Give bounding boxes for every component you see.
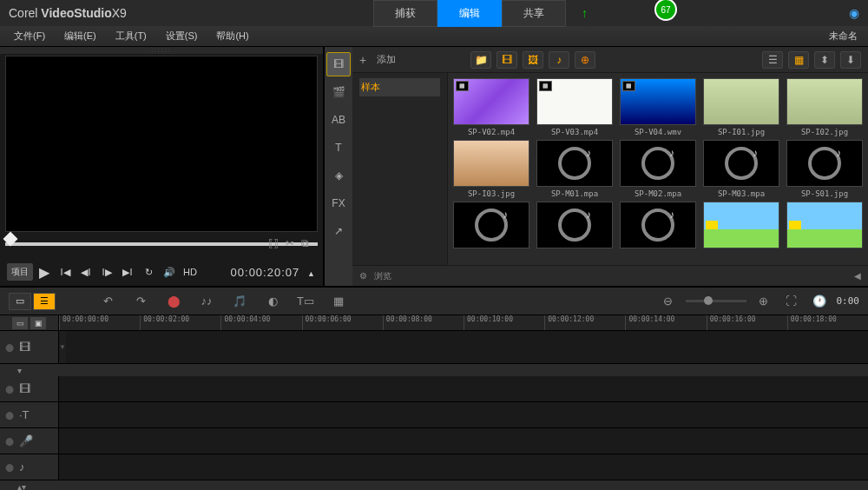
download-icon[interactable]: ⬇ bbox=[840, 51, 861, 69]
video-track-1-body[interactable] bbox=[66, 331, 868, 363]
media-tab-icon[interactable]: 🎞 bbox=[326, 52, 351, 76]
ruler-btn-1[interactable]: ▭ bbox=[12, 317, 28, 329]
next-frame-button[interactable]: I▶ bbox=[97, 262, 116, 281]
auto-music-icon[interactable]: 🎵 bbox=[229, 291, 250, 312]
thumbnail-item[interactable]: SP-S01.jpg bbox=[786, 140, 863, 198]
thumbnail-item[interactable]: ▦SP-V02.mp4 bbox=[453, 78, 529, 136]
filter-tab-icon[interactable]: FX bbox=[326, 191, 351, 215]
filter-other-icon[interactable]: ⊕ bbox=[575, 51, 595, 69]
preview-scrubber[interactable]: ⟦⟧ ✂ ⧉ bbox=[5, 237, 318, 255]
transition-tab-icon[interactable]: AB bbox=[326, 108, 351, 132]
hd-button[interactable]: HD bbox=[181, 262, 200, 281]
title-tab-icon[interactable]: T bbox=[326, 136, 351, 160]
overlay-track-body[interactable] bbox=[59, 376, 868, 401]
options-icon[interactable]: ⚙ bbox=[359, 271, 367, 281]
menu-help[interactable]: 帮助(H) bbox=[209, 28, 255, 44]
fit-icon[interactable]: ⛶ bbox=[781, 291, 802, 312]
thumbnail-item[interactable]: SP-I01.jpg bbox=[703, 78, 779, 136]
storyboard-view-icon[interactable]: ▭ bbox=[9, 293, 31, 310]
timecode-display[interactable]: 00:00:20:07 ▲ bbox=[231, 266, 316, 279]
music-track-body[interactable] bbox=[59, 454, 868, 480]
lock-icon[interactable]: ⬤ bbox=[5, 463, 14, 472]
track-expand[interactable]: ▾ bbox=[0, 364, 868, 376]
add-label[interactable]: 添加 bbox=[372, 53, 401, 66]
multicam-icon[interactable]: ▦ bbox=[328, 291, 349, 312]
notification-badge[interactable]: 67 bbox=[654, 0, 677, 21]
mute-button[interactable]: 🔊 bbox=[160, 262, 179, 281]
zoom-in-icon[interactable]: ⊕ bbox=[753, 291, 774, 312]
thumbnail-item[interactable]: ▦SP-V03.mp4 bbox=[536, 78, 613, 136]
folder-icon[interactable]: 📁 bbox=[470, 51, 491, 69]
redo-icon[interactable]: ↷ bbox=[130, 291, 151, 312]
thumbnail-item[interactable]: SP-I02.jpg bbox=[786, 78, 863, 136]
zoom-slider[interactable] bbox=[686, 300, 746, 302]
voice-track-body[interactable] bbox=[59, 428, 868, 454]
lock-icon[interactable]: ⬤ bbox=[5, 411, 14, 420]
tree-item-sample[interactable]: 样本 bbox=[359, 78, 440, 96]
thumbnail-item[interactable]: SP-M03.mpa bbox=[703, 140, 779, 198]
lock-icon[interactable]: ⬤ bbox=[5, 343, 14, 352]
menu-settings[interactable]: 设置(S) bbox=[159, 28, 205, 44]
expand-icon[interactable]: ⧉ bbox=[301, 237, 309, 249]
overlay-track-header[interactable]: ⬤ 🎞 bbox=[0, 376, 59, 401]
mark-in-icon[interactable]: ⟦⟧ bbox=[268, 237, 279, 249]
prev-frame-button[interactable]: ◀I bbox=[76, 262, 95, 281]
add-icon[interactable]: + bbox=[359, 53, 366, 67]
subtitle-icon[interactable]: T▭ bbox=[295, 291, 316, 312]
view-thumb-icon[interactable]: ▦ bbox=[788, 51, 809, 69]
view-list-icon[interactable]: ☰ bbox=[762, 51, 783, 69]
globe-icon[interactable]: ◉ bbox=[849, 6, 859, 20]
thumbnail-item[interactable] bbox=[536, 202, 613, 248]
voice-track-header[interactable]: ⬤ 🎤 bbox=[0, 428, 59, 454]
title-track-header[interactable]: ⬤ ·T bbox=[0, 402, 59, 427]
ruler-btn-2[interactable]: ▣ bbox=[30, 317, 46, 329]
clock-icon[interactable]: 🕐 bbox=[809, 291, 830, 312]
music-track-header[interactable]: ⬤ ♪ bbox=[0, 454, 59, 480]
thumbnail-item[interactable] bbox=[620, 202, 696, 248]
tab-share[interactable]: 共享 bbox=[502, 0, 566, 27]
play-button[interactable]: ▶ bbox=[35, 262, 54, 281]
thumbnail-item[interactable]: SP-M01.mpa bbox=[536, 140, 613, 198]
lock-icon[interactable]: ⬤ bbox=[5, 385, 14, 394]
repeat-button[interactable]: ↻ bbox=[139, 262, 158, 281]
menu-edit[interactable]: 编辑(E) bbox=[57, 28, 103, 44]
track-collapse[interactable]: ▴▾ bbox=[0, 480, 868, 490]
title-track-body[interactable] bbox=[59, 402, 868, 427]
goto-start-button[interactable]: I◀ bbox=[56, 262, 75, 281]
thumbnail-name: SP-V02.mp4 bbox=[468, 128, 515, 136]
video-track-1-header[interactable]: ⬤ 🎞 bbox=[0, 331, 59, 363]
menu-file[interactable]: 文件(F) bbox=[7, 28, 52, 44]
thumbnail-item[interactable] bbox=[786, 202, 863, 248]
upload-icon[interactable]: ↑ bbox=[582, 6, 588, 20]
undo-icon[interactable]: ↶ bbox=[97, 291, 118, 312]
graphic-tab-icon[interactable]: ◈ bbox=[326, 163, 351, 188]
filter-video-icon[interactable]: 🎞 bbox=[496, 51, 517, 69]
preview-mode[interactable]: 项目 bbox=[7, 263, 33, 281]
zoom-out-icon[interactable]: ⊖ bbox=[658, 291, 679, 312]
tab-edit[interactable]: 编辑 bbox=[437, 0, 502, 27]
record-icon[interactable]: ⬤ bbox=[163, 291, 184, 312]
preview-video[interactable] bbox=[5, 56, 318, 232]
thumbnail-item[interactable] bbox=[703, 202, 779, 248]
audio-mixer-icon[interactable]: ♪♪ bbox=[196, 291, 217, 312]
thumbnail-item[interactable]: ▦SP-V04.wmv bbox=[620, 78, 696, 136]
overlay-track-icon: 🎞 bbox=[19, 382, 30, 395]
menu-tools[interactable]: 工具(T) bbox=[108, 28, 154, 44]
panel-handle[interactable]: :::::: bbox=[0, 47, 323, 54]
browse-label[interactable]: 浏览 bbox=[374, 270, 391, 282]
tab-capture[interactable]: 捕获 bbox=[373, 0, 437, 27]
filter-audio-icon[interactable]: ♪ bbox=[549, 51, 569, 69]
lock-icon[interactable]: ⬤ bbox=[5, 437, 14, 446]
path-tab-icon[interactable]: ↗ bbox=[326, 219, 351, 243]
goto-end-button[interactable]: ▶I bbox=[118, 262, 137, 281]
timeline-ruler[interactable]: ▭ ▣ 00:00:00:0000:00:02:0000:00:04:0000:… bbox=[0, 315, 868, 331]
timeline-view-icon[interactable]: ☰ bbox=[33, 293, 56, 310]
thumbnail-item[interactable]: SP-I03.jpg bbox=[453, 140, 529, 198]
filter-image-icon[interactable]: 🖼 bbox=[523, 51, 543, 69]
thumbnail-item[interactable] bbox=[453, 202, 529, 248]
thumbnail-item[interactable]: SP-M02.mpa bbox=[620, 140, 696, 198]
cut-icon[interactable]: ✂ bbox=[286, 237, 294, 249]
sort-icon[interactable]: ⬍ bbox=[814, 51, 835, 69]
track-motion-icon[interactable]: ◐ bbox=[262, 291, 283, 312]
instant-tab-icon[interactable]: 🎬 bbox=[326, 80, 351, 104]
